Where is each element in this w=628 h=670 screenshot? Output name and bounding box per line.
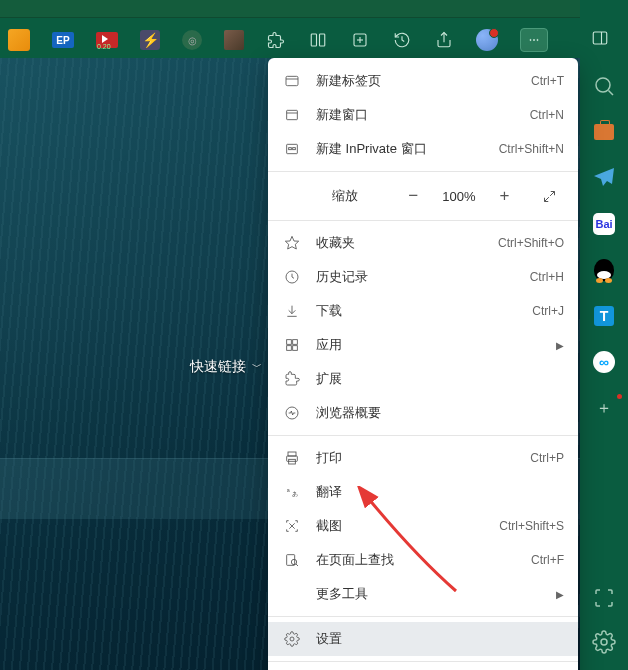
- split-screen-icon[interactable]: [308, 30, 328, 50]
- inprivate-icon: [282, 140, 302, 158]
- menu-divider: [268, 435, 578, 436]
- svg-line-41: [296, 564, 298, 566]
- menu-label: 历史记录: [316, 268, 530, 286]
- menu-shortcut: Ctrl+F: [531, 553, 564, 567]
- zoom-out-button[interactable]: −: [399, 183, 428, 209]
- svg-text:a: a: [287, 487, 290, 493]
- telegram-icon[interactable]: [592, 166, 616, 190]
- history-icon[interactable]: [392, 30, 412, 50]
- find-icon: [282, 551, 302, 569]
- svg-rect-0: [311, 34, 316, 46]
- quick-links-text: 快速链接: [190, 358, 246, 376]
- menu-label: 在页面上查找: [316, 551, 531, 569]
- right-sidebar: Bai T ∞ ＋: [580, 58, 628, 670]
- menu-label: 截图: [316, 517, 499, 535]
- baidu-icon[interactable]: Bai: [592, 212, 616, 236]
- menu-new-inprivate[interactable]: 新建 InPrivate 窗口 Ctrl+Shift+N: [268, 132, 578, 166]
- menu-label: 打印: [316, 449, 530, 467]
- menu-label: 设置: [316, 630, 564, 648]
- extension-circle-icon[interactable]: ◎: [182, 30, 202, 50]
- chevron-right-icon: ▶: [556, 589, 564, 600]
- svg-rect-30: [293, 346, 298, 351]
- menu-divider: [268, 220, 578, 221]
- menu-extensions[interactable]: 扩展: [268, 362, 578, 396]
- menu-downloads[interactable]: 下载 Ctrl+J: [268, 294, 578, 328]
- extensions-icon[interactable]: [266, 30, 286, 50]
- svg-rect-1: [320, 34, 325, 46]
- zoom-in-button[interactable]: +: [490, 183, 519, 209]
- quick-links-label[interactable]: 快速链接 ﹀: [190, 358, 262, 376]
- more-menu-button[interactable]: [520, 28, 548, 52]
- history-icon: [282, 268, 302, 286]
- share-icon[interactable]: [434, 30, 454, 50]
- fullscreen-button[interactable]: [535, 183, 564, 209]
- menu-history[interactable]: 历史记录 Ctrl+H: [268, 260, 578, 294]
- extension-cat-icon[interactable]: [8, 29, 30, 51]
- menu-shortcut: Ctrl+T: [531, 74, 564, 88]
- menu-shortcut: Ctrl+P: [530, 451, 564, 465]
- svg-point-13: [601, 639, 607, 645]
- svg-text:あ: あ: [292, 491, 298, 498]
- blank-icon: [282, 585, 302, 603]
- scan-icon[interactable]: [592, 586, 616, 610]
- profile-icon[interactable]: [476, 29, 498, 51]
- gear-icon[interactable]: [592, 630, 616, 654]
- add-sidebar-icon[interactable]: ＋: [592, 396, 616, 420]
- menu-label: 新建 InPrivate 窗口: [316, 140, 499, 158]
- infinity-icon[interactable]: ∞: [592, 350, 616, 374]
- menu-zoom-row: 缩放 − 100% +: [268, 177, 578, 215]
- extension-thunder-icon[interactable]: ⚡: [140, 30, 160, 50]
- svg-rect-20: [293, 148, 296, 150]
- menu-settings[interactable]: 设置: [268, 622, 578, 656]
- menu-translate[interactable]: aあ 翻译: [268, 475, 578, 509]
- svg-point-42: [290, 637, 294, 641]
- menu-shortcut: Ctrl+N: [530, 108, 564, 122]
- print-icon: [282, 449, 302, 467]
- new-tab-icon: [282, 72, 302, 90]
- svg-rect-29: [287, 346, 292, 351]
- svg-point-11: [596, 78, 610, 92]
- svg-line-21: [550, 191, 554, 195]
- svg-rect-16: [287, 110, 298, 119]
- svg-rect-9: [593, 32, 607, 44]
- menu-label: 翻译: [316, 483, 564, 501]
- extension-avatar-icon[interactable]: [224, 30, 244, 50]
- t-app-icon[interactable]: T: [592, 304, 616, 328]
- collections-icon[interactable]: [350, 30, 370, 50]
- svg-rect-32: [288, 452, 296, 456]
- pulse-icon: [282, 404, 302, 422]
- menu-print[interactable]: 打印 Ctrl+P: [268, 441, 578, 475]
- translate-icon: aあ: [282, 483, 302, 501]
- briefcase-icon[interactable]: [592, 120, 616, 144]
- menu-browser-essentials[interactable]: 浏览器概要: [268, 396, 578, 430]
- search-icon[interactable]: [592, 74, 616, 98]
- menu-new-window[interactable]: 新建窗口 Ctrl+N: [268, 98, 578, 132]
- sidebar-toggle-icon[interactable]: [590, 28, 610, 48]
- extension-ep-icon[interactable]: EP: [52, 32, 74, 48]
- screenshot-icon: [282, 517, 302, 535]
- qq-icon[interactable]: [592, 258, 616, 282]
- menu-divider: [268, 661, 578, 662]
- menu-find[interactable]: 在页面上查找 Ctrl+F: [268, 543, 578, 577]
- apps-icon: [282, 336, 302, 354]
- menu-label: 扩展: [316, 370, 564, 388]
- svg-marker-23: [285, 236, 298, 249]
- menu-more-tools[interactable]: 更多工具 ▶: [268, 577, 578, 611]
- more-menu-dropdown: 新建标签页 Ctrl+T 新建窗口 Ctrl+N 新建 InPrivate 窗口…: [268, 58, 578, 670]
- menu-divider: [268, 171, 578, 172]
- svg-point-8: [537, 39, 538, 40]
- new-window-icon: [282, 106, 302, 124]
- menu-shortcut: Ctrl+Shift+S: [499, 519, 564, 533]
- menu-new-tab[interactable]: 新建标签页 Ctrl+T: [268, 64, 578, 98]
- download-icon: [282, 302, 302, 320]
- zoom-value: 100%: [438, 189, 480, 204]
- zoom-label: 缩放: [302, 187, 389, 205]
- svg-rect-28: [293, 340, 298, 345]
- menu-label: 浏览器概要: [316, 404, 564, 422]
- menu-screenshot[interactable]: 截图 Ctrl+Shift+S: [268, 509, 578, 543]
- menu-label: 下载: [316, 302, 532, 320]
- menu-favorites[interactable]: 收藏夹 Ctrl+Shift+O: [268, 226, 578, 260]
- menu-apps[interactable]: 应用 ▶: [268, 328, 578, 362]
- extension-player-icon[interactable]: [96, 32, 118, 48]
- menu-label: 新建窗口: [316, 106, 530, 124]
